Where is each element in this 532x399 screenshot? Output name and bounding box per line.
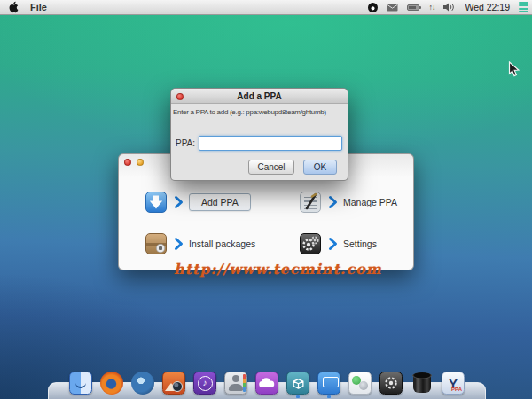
tecmint-watermark: http://www.tecmint.com	[174, 261, 382, 278]
record-circle-icon[interactable]	[368, 3, 378, 12]
action-add-ppa: Add PPA	[145, 191, 251, 214]
ppa-input[interactable]	[199, 136, 342, 151]
dock: ♪ Y PPA	[48, 372, 486, 395]
action-install-packages: Install packages	[145, 232, 255, 255]
menu-bar-clock[interactable]: Wed 22:19	[465, 2, 510, 12]
dock-item-toggles[interactable]	[348, 372, 372, 395]
volume-icon[interactable]	[443, 3, 456, 12]
ok-button[interactable]: OK	[303, 160, 337, 175]
add-ppa-dialog: Add a PPA Enter a PPA to add (e.g.: ppa:…	[170, 88, 348, 181]
yppa-sub-label: PPA	[451, 387, 462, 392]
settings-button[interactable]: Settings	[343, 239, 377, 249]
add-ppa-button[interactable]: Add PPA	[189, 193, 251, 211]
cydia-box-icon	[292, 377, 305, 390]
dock-item-contacts[interactable]	[224, 372, 247, 395]
dock-item-thunderbird[interactable]	[131, 372, 154, 395]
dialog-title: Add a PPA	[237, 91, 281, 101]
music-note-icon: ♪	[198, 376, 213, 391]
window-minimize-button[interactable]	[137, 159, 144, 166]
chevron-right-icon	[328, 237, 338, 251]
desktop-wallpaper: File ↑↓ Wed 22:19 Add PPA	[0, 0, 532, 399]
manage-ppa-button[interactable]: Manage PPA	[343, 197, 397, 207]
apple-menu[interactable]	[8, 1, 19, 13]
dock-item-cydia[interactable]	[286, 372, 309, 395]
mouse-cursor	[508, 61, 520, 82]
dock-item-itunes[interactable]: ♪	[193, 372, 216, 395]
battery-icon[interactable]	[407, 4, 419, 11]
dock-item-trash[interactable]	[411, 372, 434, 395]
chevron-right-icon	[328, 195, 338, 209]
ppa-field-label: PPA:	[176, 138, 195, 148]
apple-logo-icon	[8, 1, 19, 13]
dock-item-system-gears[interactable]	[379, 372, 403, 395]
indicator-list-icon[interactable]	[519, 2, 528, 13]
dock-item-photos[interactable]	[162, 372, 185, 395]
chevron-right-icon	[174, 195, 184, 209]
action-manage-ppa: Manage PPA	[300, 191, 397, 214]
dock-item-y-ppa-manager[interactable]: Y PPA	[442, 372, 465, 395]
menu-item-file[interactable]: File	[30, 2, 47, 12]
chevron-right-icon	[174, 237, 184, 251]
dock-item-firefox[interactable]	[100, 372, 123, 395]
gears-icon	[300, 233, 321, 254]
menu-bar: File ↑↓ Wed 22:19	[0, 0, 532, 15]
dock-item-icloud[interactable]	[255, 372, 278, 395]
list-pencil-icon	[300, 192, 321, 213]
cancel-button[interactable]: Cancel	[248, 160, 294, 175]
dock-item-displays[interactable]	[317, 372, 340, 395]
dialog-close-button[interactable]	[176, 93, 184, 100]
cloud-icon	[259, 378, 275, 388]
window-close-button[interactable]	[124, 159, 131, 166]
dialog-titlebar[interactable]: Add a PPA	[171, 89, 348, 104]
dock-item-finder[interactable]	[69, 372, 92, 395]
mail-icon[interactable]	[387, 4, 398, 12]
gear-icon	[383, 375, 399, 391]
network-arrows-icon[interactable]: ↑↓	[428, 3, 434, 12]
install-packages-button[interactable]: Install packages	[189, 239, 255, 249]
dialog-message: Enter a PPA to add (e.g.: ppa:webupd8tea…	[173, 108, 346, 116]
download-arrow-icon	[145, 192, 167, 213]
package-box-icon	[145, 233, 167, 254]
action-settings: Settings	[300, 232, 377, 255]
